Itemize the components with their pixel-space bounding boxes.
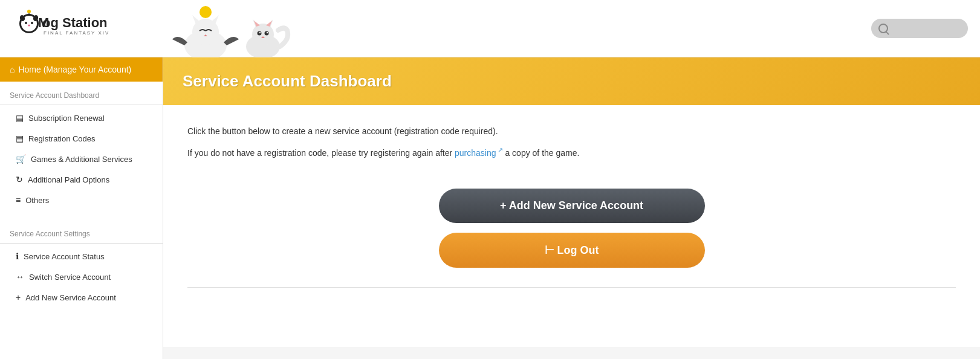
main-content: Service Account Dashboard Click the butt…	[163, 57, 980, 359]
sidebar-item-label: Additional Paid Options	[28, 175, 109, 184]
switch-service-account-icon: ↔	[16, 272, 24, 282]
svg-text:M: M	[38, 15, 49, 30]
divider	[187, 287, 956, 288]
purchasing-link[interactable]: purchasing↗	[455, 148, 503, 158]
sidebar-item-service-account-status[interactable]: ℹ Service Account Status	[0, 246, 163, 267]
sidebar-item-add-new-service-account[interactable]: + Add New Service Account	[0, 287, 163, 308]
main-body: Click the button below to create a new s…	[163, 105, 980, 347]
logo-area: og Station FINAL FANTASY XIV M	[12, 7, 151, 50]
mascot-svg	[145, 3, 326, 57]
svg-point-15	[200, 6, 212, 18]
service-account-status-icon: ℹ	[16, 251, 19, 261]
svg-point-23	[265, 31, 269, 36]
sidebar-section1-title: Service Account Dashboard	[0, 82, 163, 105]
buttons-area: + Add New Service Account ⊢ Log Out	[187, 189, 956, 268]
svg-marker-12	[192, 15, 201, 24]
svg-point-2	[28, 25, 30, 27]
search-icon	[878, 24, 888, 33]
sidebar-item-others[interactable]: ≡ Others	[0, 190, 163, 210]
mascot-area	[145, 0, 339, 57]
svg-text:og Station: og Station	[42, 15, 108, 30]
sidebar-item-label: Games & Additional Services	[31, 155, 132, 164]
svg-point-4	[27, 10, 31, 13]
header: og Station FINAL FANTASY XIV M	[0, 0, 980, 57]
info-text-2: If you do not have a registration code, …	[187, 145, 956, 160]
info-text-2-prefix: If you do not have a registration code, …	[187, 148, 455, 158]
header-right	[871, 19, 968, 38]
games-services-icon: 🛒	[16, 154, 26, 164]
sidebar-item-label: Service Account Status	[24, 252, 105, 261]
external-link-icon: ↗	[498, 146, 503, 154]
page-header-banner: Service Account Dashboard	[163, 57, 980, 105]
sidebar-item-label: Registration Codes	[28, 134, 96, 143]
sidebar-item-registration-codes[interactable]: ▤ Registration Codes	[0, 128, 163, 149]
sidebar-item-games-services[interactable]: 🛒 Games & Additional Services	[0, 149, 163, 169]
svg-point-22	[258, 31, 262, 36]
sidebar-section2-title: Service Account Settings	[0, 220, 163, 244]
sidebar-item-label: Add New Service Account	[25, 293, 116, 302]
sidebar-item-label: Others	[25, 196, 49, 205]
add-new-service-account-icon: +	[16, 293, 21, 302]
registration-codes-icon: ▤	[16, 134, 24, 143]
svg-point-0	[25, 22, 27, 24]
sidebar-section2: Service Account Settings ℹ Service Accou…	[0, 220, 163, 308]
sidebar-home-button[interactable]: ⌂ Home (Manage Your Account)	[0, 57, 163, 82]
svg-point-24	[259, 32, 261, 33]
logo-svg: og Station FINAL FANTASY XIV M	[12, 7, 151, 50]
purchasing-link-text: purchasing	[455, 148, 496, 158]
sidebar-item-additional-paid[interactable]: ↻ Additional Paid Options	[0, 169, 163, 190]
home-icon: ⌂	[10, 65, 15, 74]
sidebar-item-subscription-renewal[interactable]: ▤ Subscription Renewal	[0, 108, 163, 128]
additional-paid-icon: ↻	[16, 175, 23, 184]
add-new-service-account-button[interactable]: + Add New Service Account	[439, 189, 705, 223]
info-text-1: Click the button below to create a new s…	[187, 125, 956, 138]
page-title: Service Account Dashboard	[183, 72, 961, 91]
svg-point-17	[252, 24, 274, 45]
svg-point-25	[267, 32, 268, 33]
sidebar-item-label: Subscription Renewal	[28, 114, 105, 123]
sidebar-home-label: Home (Manage Your Account)	[18, 65, 131, 74]
search-bar[interactable]	[871, 19, 968, 38]
info-text-2-suffix: a copy of the game.	[503, 148, 580, 158]
svg-point-1	[31, 22, 33, 24]
svg-marker-13	[210, 15, 219, 24]
subscription-renewal-icon: ▤	[16, 113, 24, 123]
layout: ⌂ Home (Manage Your Account) Service Acc…	[0, 57, 980, 359]
sidebar: ⌂ Home (Manage Your Account) Service Acc…	[0, 57, 163, 359]
others-icon: ≡	[16, 195, 21, 205]
svg-text:FINAL FANTASY XIV: FINAL FANTASY XIV	[44, 30, 109, 36]
log-out-button[interactable]: ⊢ Log Out	[439, 233, 705, 268]
sidebar-item-label: Switch Service Account	[29, 273, 111, 282]
sidebar-item-switch-service-account[interactable]: ↔ Switch Service Account	[0, 267, 163, 287]
